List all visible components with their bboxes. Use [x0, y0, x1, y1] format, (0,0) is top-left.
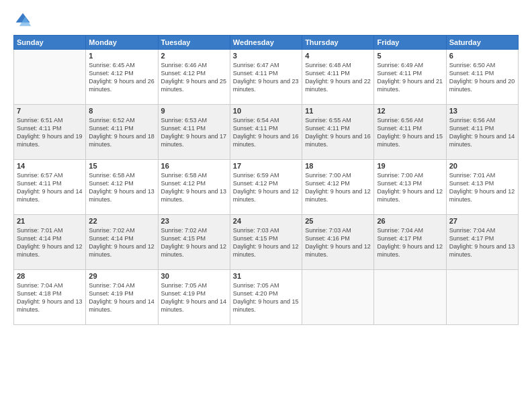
- day-number: 25: [305, 217, 371, 225]
- calendar-week-row: 14Sunrise: 6:57 AMSunset: 4:11 PMDayligh…: [14, 160, 519, 215]
- day-info: Sunrise: 6:58 AMSunset: 4:12 PMDaylight:…: [161, 171, 227, 204]
- day-number: 15: [89, 162, 154, 170]
- calendar-cell: 4Sunrise: 6:48 AMSunset: 4:11 PMDaylight…: [302, 50, 374, 105]
- day-info: Sunrise: 6:56 AMSunset: 4:11 PMDaylight:…: [449, 116, 515, 149]
- day-number: 31: [233, 272, 299, 280]
- calendar-cell: 11Sunrise: 6:55 AMSunset: 4:11 PMDayligh…: [302, 105, 374, 160]
- day-info: Sunrise: 7:02 AMSunset: 4:14 PMDaylight:…: [89, 226, 154, 259]
- day-number: 3: [233, 52, 299, 60]
- day-info: Sunrise: 6:55 AMSunset: 4:11 PMDaylight:…: [305, 116, 371, 149]
- calendar-cell: 8Sunrise: 6:52 AMSunset: 4:11 PMDaylight…: [86, 105, 158, 160]
- day-number: 1: [89, 52, 154, 60]
- day-number: 24: [233, 217, 299, 225]
- day-number: 9: [161, 107, 227, 115]
- calendar-cell: 24Sunrise: 7:03 AMSunset: 4:15 PMDayligh…: [230, 215, 302, 270]
- day-number: 27: [449, 217, 515, 225]
- day-number: 28: [17, 272, 83, 280]
- calendar-cell: 22Sunrise: 7:02 AMSunset: 4:14 PMDayligh…: [86, 215, 158, 270]
- day-info: Sunrise: 7:03 AMSunset: 4:16 PMDaylight:…: [305, 226, 371, 259]
- day-info: Sunrise: 7:04 AMSunset: 4:17 PMDaylight:…: [377, 226, 443, 259]
- day-info: Sunrise: 7:01 AMSunset: 4:13 PMDaylight:…: [449, 171, 515, 204]
- calendar-cell: [302, 270, 374, 325]
- day-header: Tuesday: [158, 36, 230, 50]
- day-info: Sunrise: 6:50 AMSunset: 4:11 PMDaylight:…: [449, 61, 515, 94]
- day-info: Sunrise: 6:52 AMSunset: 4:11 PMDaylight:…: [89, 116, 154, 149]
- day-info: Sunrise: 6:51 AMSunset: 4:11 PMDaylight:…: [17, 116, 83, 149]
- day-number: 12: [377, 107, 443, 115]
- day-number: 21: [17, 217, 83, 225]
- calendar-cell: 31Sunrise: 7:05 AMSunset: 4:20 PMDayligh…: [230, 270, 302, 325]
- day-number: 17: [233, 162, 299, 170]
- day-info: Sunrise: 6:57 AMSunset: 4:11 PMDaylight:…: [17, 171, 83, 204]
- day-header: Friday: [374, 36, 446, 50]
- calendar-cell: 12Sunrise: 6:56 AMSunset: 4:11 PMDayligh…: [374, 105, 446, 160]
- day-number: 10: [233, 107, 299, 115]
- day-info: Sunrise: 7:04 AMSunset: 4:17 PMDaylight:…: [449, 226, 515, 259]
- calendar-cell: 28Sunrise: 7:04 AMSunset: 4:18 PMDayligh…: [14, 270, 86, 325]
- header: [13, 11, 519, 30]
- day-number: 8: [89, 107, 154, 115]
- day-info: Sunrise: 7:03 AMSunset: 4:15 PMDaylight:…: [233, 226, 299, 259]
- calendar-cell: 17Sunrise: 6:59 AMSunset: 4:12 PMDayligh…: [230, 160, 302, 215]
- day-header: Wednesday: [230, 36, 302, 50]
- calendar-week-row: 1Sunrise: 6:45 AMSunset: 4:12 PMDaylight…: [14, 50, 519, 105]
- page: SundayMondayTuesdayWednesdayThursdayFrid…: [0, 0, 532, 411]
- calendar-cell: 23Sunrise: 7:02 AMSunset: 4:15 PMDayligh…: [158, 215, 230, 270]
- day-info: Sunrise: 7:05 AMSunset: 4:20 PMDaylight:…: [233, 281, 299, 314]
- day-header: Thursday: [302, 36, 374, 50]
- logo-icon: [13, 11, 32, 30]
- calendar-cell: 29Sunrise: 7:04 AMSunset: 4:19 PMDayligh…: [86, 270, 158, 325]
- calendar-header-row: SundayMondayTuesdayWednesdayThursdayFrid…: [14, 36, 519, 50]
- day-info: Sunrise: 7:04 AMSunset: 4:18 PMDaylight:…: [17, 281, 83, 314]
- day-info: Sunrise: 6:56 AMSunset: 4:11 PMDaylight:…: [377, 116, 443, 149]
- calendar-cell: 10Sunrise: 6:54 AMSunset: 4:11 PMDayligh…: [230, 105, 302, 160]
- day-number: 30: [161, 272, 227, 280]
- day-number: 11: [305, 107, 371, 115]
- calendar-cell: 26Sunrise: 7:04 AMSunset: 4:17 PMDayligh…: [374, 215, 446, 270]
- calendar-cell: [446, 270, 518, 325]
- day-number: 5: [377, 52, 443, 60]
- calendar-cell: 9Sunrise: 6:53 AMSunset: 4:11 PMDaylight…: [158, 105, 230, 160]
- day-number: 20: [449, 162, 515, 170]
- day-header: Monday: [86, 36, 158, 50]
- calendar-cell: 14Sunrise: 6:57 AMSunset: 4:11 PMDayligh…: [14, 160, 86, 215]
- day-info: Sunrise: 6:49 AMSunset: 4:11 PMDaylight:…: [377, 61, 443, 94]
- day-info: Sunrise: 6:54 AMSunset: 4:11 PMDaylight:…: [233, 116, 299, 149]
- day-number: 29: [89, 272, 154, 280]
- calendar-cell: [14, 50, 86, 105]
- calendar-cell: 21Sunrise: 7:01 AMSunset: 4:14 PMDayligh…: [14, 215, 86, 270]
- calendar-cell: 18Sunrise: 7:00 AMSunset: 4:12 PMDayligh…: [302, 160, 374, 215]
- calendar-cell: 20Sunrise: 7:01 AMSunset: 4:13 PMDayligh…: [446, 160, 518, 215]
- day-number: 19: [377, 162, 443, 170]
- calendar-week-row: 21Sunrise: 7:01 AMSunset: 4:14 PMDayligh…: [14, 215, 519, 270]
- calendar-cell: 2Sunrise: 6:46 AMSunset: 4:12 PMDaylight…: [158, 50, 230, 105]
- day-number: 2: [161, 52, 227, 60]
- calendar-cell: [374, 270, 446, 325]
- day-number: 6: [449, 52, 515, 60]
- calendar-week-row: 28Sunrise: 7:04 AMSunset: 4:18 PMDayligh…: [14, 270, 519, 325]
- day-info: Sunrise: 7:04 AMSunset: 4:19 PMDaylight:…: [89, 281, 154, 314]
- calendar-cell: 3Sunrise: 6:47 AMSunset: 4:11 PMDaylight…: [230, 50, 302, 105]
- calendar-cell: 25Sunrise: 7:03 AMSunset: 4:16 PMDayligh…: [302, 215, 374, 270]
- calendar-week-row: 7Sunrise: 6:51 AMSunset: 4:11 PMDaylight…: [14, 105, 519, 160]
- day-number: 23: [161, 217, 227, 225]
- calendar-cell: 19Sunrise: 7:00 AMSunset: 4:13 PMDayligh…: [374, 160, 446, 215]
- logo: [13, 11, 35, 30]
- day-info: Sunrise: 6:45 AMSunset: 4:12 PMDaylight:…: [89, 61, 154, 94]
- day-number: 14: [17, 162, 83, 170]
- calendar-cell: 13Sunrise: 6:56 AMSunset: 4:11 PMDayligh…: [446, 105, 518, 160]
- day-info: Sunrise: 6:53 AMSunset: 4:11 PMDaylight:…: [161, 116, 227, 149]
- calendar-cell: 30Sunrise: 7:05 AMSunset: 4:19 PMDayligh…: [158, 270, 230, 325]
- day-info: Sunrise: 7:00 AMSunset: 4:12 PMDaylight:…: [305, 171, 371, 204]
- day-info: Sunrise: 6:58 AMSunset: 4:12 PMDaylight:…: [89, 171, 154, 204]
- day-info: Sunrise: 7:02 AMSunset: 4:15 PMDaylight:…: [161, 226, 227, 259]
- calendar: SundayMondayTuesdayWednesdayThursdayFrid…: [13, 35, 519, 325]
- calendar-cell: 7Sunrise: 6:51 AMSunset: 4:11 PMDaylight…: [14, 105, 86, 160]
- day-info: Sunrise: 7:00 AMSunset: 4:13 PMDaylight:…: [377, 171, 443, 204]
- day-info: Sunrise: 6:59 AMSunset: 4:12 PMDaylight:…: [233, 171, 299, 204]
- day-info: Sunrise: 6:46 AMSunset: 4:12 PMDaylight:…: [161, 61, 227, 94]
- day-info: Sunrise: 7:01 AMSunset: 4:14 PMDaylight:…: [17, 226, 83, 259]
- day-info: Sunrise: 6:47 AMSunset: 4:11 PMDaylight:…: [233, 61, 299, 94]
- day-number: 16: [161, 162, 227, 170]
- calendar-cell: 5Sunrise: 6:49 AMSunset: 4:11 PMDaylight…: [374, 50, 446, 105]
